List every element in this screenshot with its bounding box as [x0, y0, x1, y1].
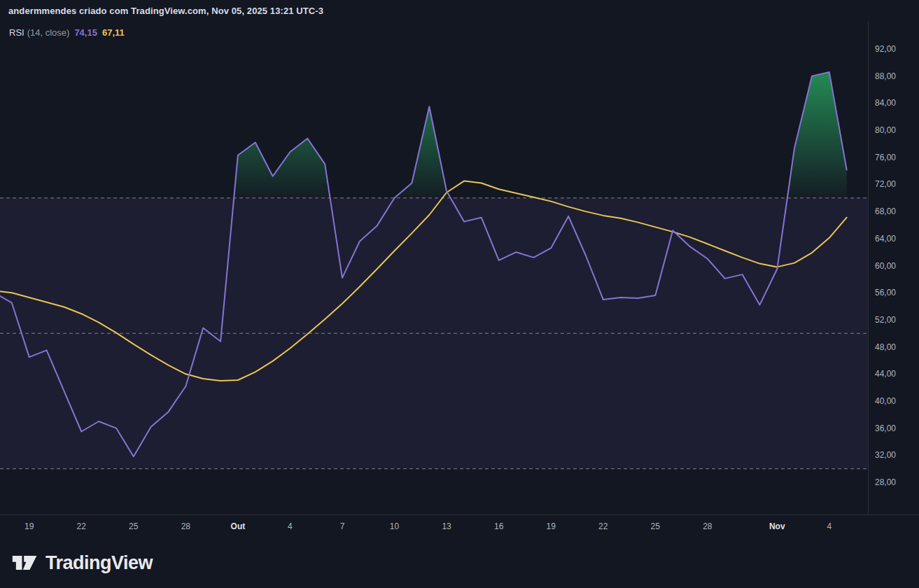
time-axis[interactable]: 19222528Out4710131619222528Nov4	[0, 514, 919, 538]
time-axis-label: 7	[340, 522, 345, 531]
price-axis[interactable]: 92,0088,0084,0080,0076,0072,0068,0064,00…	[868, 21, 919, 514]
price-axis-label: 68,00	[875, 206, 896, 217]
time-axis-label: 19	[547, 522, 556, 531]
price-axis-label: 76,00	[875, 153, 896, 163]
price-axis-label: 40,00	[875, 396, 896, 407]
time-axis-label: 16	[494, 522, 503, 531]
indicator-legend[interactable]: RSI (14, close) 74,15 67,11	[9, 27, 125, 38]
time-axis-label: 19	[24, 522, 34, 531]
tradingview-logo[interactable]: TradingView	[11, 552, 153, 574]
attribution-text: andermmendes criado com TradingView.com,…	[8, 6, 323, 16]
chart-pane: RSI (14, close) 74,15 67,11 92,0088,0084…	[0, 21, 919, 538]
price-axis-label: 36,00	[875, 424, 896, 434]
price-axis-label: 64,00	[875, 234, 896, 244]
time-axis-label: 4	[288, 522, 293, 531]
price-axis-label: 28,00	[875, 477, 896, 488]
time-axis-label: 22	[77, 522, 86, 531]
tradingview-icon	[11, 553, 39, 573]
price-axis-label: 84,00	[875, 98, 896, 108]
price-axis-label: 56,00	[875, 288, 896, 298]
time-axis-label: 4	[827, 522, 832, 531]
price-axis-label: 32,00	[875, 450, 896, 461]
rsi-indicator-panel: andermmendes criado com TradingView.com,…	[0, 0, 919, 588]
price-axis-label: 72,00	[875, 179, 896, 190]
ma-current-value: 67,11	[102, 27, 125, 38]
time-axis-label: 25	[651, 522, 660, 531]
time-axis-label: 28	[181, 522, 190, 531]
price-axis-label: 88,00	[875, 71, 896, 82]
time-axis-label: 28	[703, 522, 712, 531]
time-axis-label: Out	[231, 522, 246, 531]
time-axis-label: Nov	[769, 522, 785, 531]
price-axis-label: 52,00	[875, 315, 896, 326]
time-axis-label: 13	[442, 522, 451, 531]
chart-header: andermmendes criado com TradingView.com,…	[0, 0, 919, 21]
price-axis-label: 60,00	[875, 261, 896, 272]
footer: TradingView	[0, 538, 919, 588]
time-axis-label: 22	[598, 522, 608, 531]
indicator-params: (14, close)	[27, 27, 70, 38]
rsi-chart-canvas[interactable]	[0, 21, 868, 514]
price-axis-label: 48,00	[875, 342, 896, 353]
price-axis-label: 44,00	[875, 369, 896, 379]
rsi-current-value: 74,15	[74, 27, 97, 38]
tradingview-wordmark: TradingView	[45, 552, 153, 574]
price-axis-label: 92,00	[875, 44, 896, 55]
time-axis-label: 10	[390, 522, 399, 531]
time-axis-label: 25	[129, 522, 138, 531]
indicator-title[interactable]: RSI	[9, 27, 24, 38]
price-axis-label: 80,00	[875, 125, 896, 136]
